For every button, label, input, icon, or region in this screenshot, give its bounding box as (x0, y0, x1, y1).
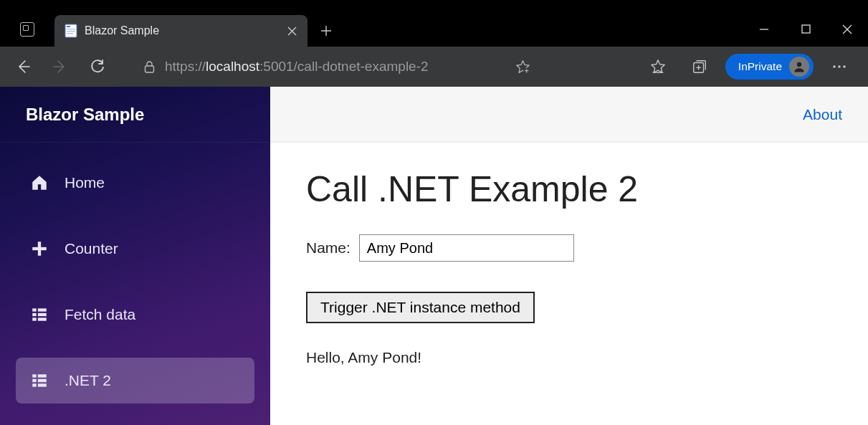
svg-rect-1 (67, 26, 70, 27)
svg-rect-4 (67, 33, 73, 34)
svg-rect-18 (38, 313, 47, 316)
svg-rect-3 (67, 31, 75, 32)
svg-rect-21 (32, 374, 36, 377)
url-text: https://localhost:5001/call-dotnet-examp… (165, 59, 429, 75)
inprivate-badge[interactable]: InPrivate (725, 54, 814, 80)
close-icon (842, 24, 852, 34)
sidebar-item-home[interactable]: Home (16, 160, 254, 206)
about-link[interactable]: About (803, 106, 842, 123)
browser-toolbar: https://localhost:5001/call-dotnet-examp… (0, 47, 868, 87)
svg-point-10 (833, 65, 835, 67)
refresh-icon (90, 59, 105, 75)
page-heading: Call .NET Example 2 (306, 168, 868, 210)
more-icon (832, 59, 846, 74)
svg-rect-14 (32, 247, 47, 250)
window-maximize-button[interactable] (785, 11, 826, 47)
profile-avatar (789, 57, 809, 77)
close-icon (287, 27, 297, 36)
tab-actions-icon (20, 22, 34, 37)
new-tab-button[interactable] (312, 16, 340, 45)
svg-rect-22 (38, 374, 47, 377)
output-text: Hello, Amy Pond! (306, 349, 868, 366)
nav-forward-button[interactable] (44, 52, 76, 81)
collections-icon (692, 59, 707, 75)
sidebar-item-counter[interactable]: Counter (16, 226, 254, 272)
content-topbar: About (270, 87, 868, 143)
star-icon (650, 59, 666, 75)
svg-rect-19 (32, 317, 36, 320)
svg-point-9 (797, 62, 801, 67)
svg-rect-17 (32, 313, 36, 316)
plus-icon (30, 239, 49, 258)
sidebar-item-label: Home (65, 174, 105, 191)
sidebar-item-fetch-data[interactable]: Fetch data (16, 292, 254, 338)
sidebar-item-label: Fetch data (65, 306, 135, 323)
settings-menu-button[interactable] (824, 52, 855, 81)
app-sidebar: Blazor Sample Home Counter Fetch data . (0, 87, 270, 425)
plus-icon (320, 25, 332, 37)
favorites-button[interactable] (642, 52, 674, 81)
sidebar-item-label: .NET 2 (65, 372, 111, 389)
sidebar-item-dotnet-2[interactable]: .NET 2 (16, 358, 254, 403)
svg-rect-24 (38, 379, 47, 382)
tab-close-button[interactable] (282, 21, 302, 41)
list-icon (30, 371, 49, 390)
tab-title: Blazor Sample (85, 24, 275, 37)
trigger-button[interactable]: Trigger .NET instance method (306, 292, 535, 323)
svg-point-12 (843, 65, 845, 67)
name-input[interactable] (359, 234, 574, 262)
star-add-icon (515, 59, 530, 75)
window-close-button[interactable] (826, 11, 868, 47)
svg-rect-20 (38, 317, 47, 320)
nav-back-button[interactable] (7, 52, 39, 81)
brand-row: Blazor Sample (0, 87, 270, 143)
svg-rect-23 (32, 379, 36, 382)
person-icon (793, 60, 806, 73)
app-brand: Blazor Sample (26, 105, 144, 125)
svg-rect-6 (145, 66, 153, 72)
name-label: Name: (306, 239, 350, 257)
favorite-button[interactable] (515, 59, 530, 75)
content-area: About Call .NET Example 2 Name: Trigger … (270, 87, 868, 425)
nav-refresh-button[interactable] (82, 52, 113, 81)
window-minimize-button[interactable] (743, 11, 785, 47)
arrow-right-icon (52, 59, 68, 75)
svg-rect-2 (67, 29, 75, 29)
collections-button[interactable] (684, 52, 715, 81)
arrow-left-icon (15, 59, 31, 75)
tab-strip: Blazor Sample (0, 11, 868, 47)
svg-rect-25 (32, 383, 36, 386)
site-info-button[interactable] (139, 57, 159, 77)
svg-rect-15 (32, 308, 36, 311)
maximize-icon (801, 24, 811, 34)
tab-actions-button[interactable] (0, 11, 54, 47)
svg-rect-26 (38, 383, 47, 386)
browser-tab[interactable]: Blazor Sample (54, 15, 307, 47)
tab-favicon (65, 24, 77, 38)
minimize-icon (759, 24, 769, 34)
svg-rect-5 (802, 25, 810, 33)
svg-point-11 (838, 65, 840, 67)
home-icon (30, 173, 49, 192)
address-bar[interactable]: https://localhost:5001/call-dotnet-examp… (136, 52, 538, 81)
list-icon (30, 305, 49, 324)
lock-icon (143, 60, 156, 74)
svg-rect-16 (38, 308, 47, 311)
inprivate-label: InPrivate (738, 60, 782, 73)
sidebar-item-label: Counter (65, 240, 118, 257)
